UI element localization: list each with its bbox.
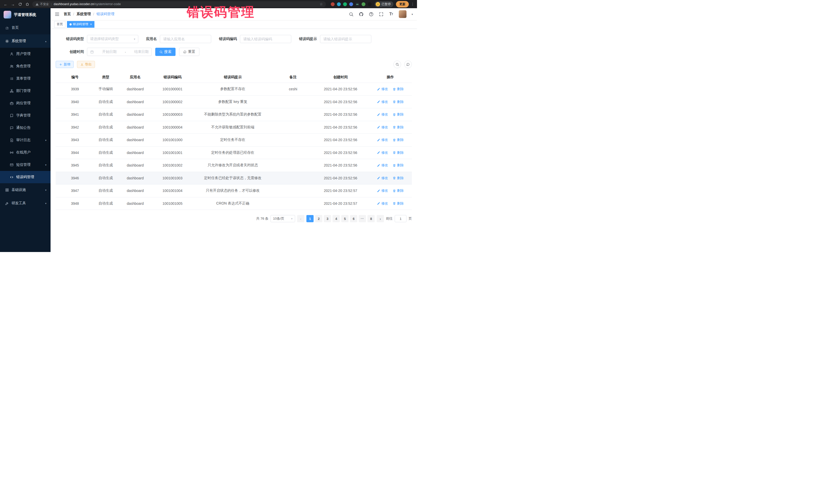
- delete-icon: [393, 100, 396, 104]
- help-button[interactable]: [369, 12, 374, 17]
- extension-black-pin-icon[interactable]: [368, 2, 372, 6]
- app-logo[interactable]: 芋道管理系统: [0, 8, 50, 21]
- page-button-1[interactable]: 1: [306, 215, 313, 222]
- sidebar-item-audit-log[interactable]: 审计日志▾: [0, 134, 50, 146]
- sidebar-item-menu[interactable]: 菜单管理: [0, 72, 50, 85]
- extension-on-badge-icon[interactable]: on: [355, 2, 359, 6]
- github-button[interactable]: [359, 12, 364, 17]
- sidebar-item-system[interactable]: 系统管理▴: [0, 35, 50, 48]
- error-hint-input[interactable]: [320, 35, 371, 43]
- fullscreen-button[interactable]: [379, 12, 383, 17]
- cell-type: 自动生成: [94, 159, 117, 172]
- toggle-search-button[interactable]: [393, 61, 401, 68]
- breadcrumb-item[interactable]: 系统管理: [76, 12, 91, 17]
- delete-link[interactable]: 删除: [393, 201, 404, 206]
- edit-link[interactable]: 修改: [377, 201, 388, 206]
- cell-code: 1001000001: [153, 83, 192, 96]
- extension-red-circle-icon[interactable]: [331, 2, 335, 6]
- sidebar-item-home[interactable]: 首页: [0, 21, 50, 35]
- sidebar-item-user[interactable]: 用户管理: [0, 48, 50, 60]
- browser-forward-button[interactable]: →: [10, 1, 16, 7]
- cell-id: 3942: [56, 121, 94, 134]
- browser-home-button[interactable]: [24, 1, 30, 7]
- page-button-2[interactable]: 2: [315, 215, 322, 222]
- edit-link[interactable]: 修改: [377, 137, 388, 142]
- create-time-range[interactable]: 开始日期 - 结束日期: [87, 48, 152, 56]
- page-button-3[interactable]: 3: [324, 215, 331, 222]
- tag-首页[interactable]: 首页: [54, 21, 65, 28]
- edit-link[interactable]: 修改: [377, 87, 388, 91]
- breadcrumb-item[interactable]: 首页: [64, 12, 71, 17]
- sidebar-item-post[interactable]: 岗位管理: [0, 97, 50, 109]
- extension-teal-drop-icon[interactable]: [337, 2, 341, 6]
- edit-link[interactable]: 修改: [377, 150, 388, 155]
- delete-link[interactable]: 删除: [393, 188, 404, 193]
- page-button-5[interactable]: 5: [341, 215, 349, 222]
- cell-hint: 定时任务已经处于该状态，无需修改: [192, 172, 274, 184]
- browser-back-button[interactable]: ←: [3, 1, 9, 7]
- sidebar-item-online-user[interactable]: 在线用户: [0, 146, 50, 159]
- delete-link[interactable]: 删除: [393, 100, 404, 104]
- chevron-down-icon: ▾: [45, 189, 46, 192]
- extension-blue-grid-icon[interactable]: [349, 2, 353, 6]
- active-tag-dot: [69, 23, 72, 25]
- page-button-•••[interactable]: •••: [359, 215, 366, 222]
- edit-link[interactable]: 修改: [377, 100, 388, 104]
- error-type-select[interactable]: 请选择错误码类型 ▾: [87, 35, 138, 43]
- add-button[interactable]: 新增: [56, 61, 74, 68]
- reset-button[interactable]: 重置: [179, 48, 199, 56]
- edit-link[interactable]: 修改: [377, 188, 388, 193]
- page-button-8[interactable]: 8: [368, 215, 375, 222]
- search-button[interactable]: [349, 12, 354, 17]
- refresh-table-button[interactable]: [404, 61, 412, 68]
- user-avatar[interactable]: [399, 10, 407, 18]
- sidebar-item-sms[interactable]: 短信管理▾: [0, 159, 50, 171]
- page-button-6[interactable]: 6: [350, 215, 357, 222]
- edit-link[interactable]: 修改: [377, 112, 388, 117]
- sidebar-item-dept[interactable]: 部门管理: [0, 85, 50, 97]
- next-page-button[interactable]: ›: [377, 215, 384, 222]
- error-code-input[interactable]: [240, 35, 291, 43]
- sidebar-item-dict[interactable]: 字典管理: [0, 109, 50, 122]
- page-button-4[interactable]: 4: [333, 215, 340, 222]
- extension-green-check-icon[interactable]: [343, 2, 347, 6]
- delete-link[interactable]: 删除: [393, 137, 404, 142]
- cell-type: 自动生成: [94, 121, 117, 134]
- app-name-input[interactable]: [160, 35, 211, 43]
- edit-link[interactable]: 修改: [377, 176, 388, 180]
- edit-link[interactable]: 修改: [377, 125, 388, 130]
- error-hint-label: 错误码提示: [299, 37, 317, 41]
- browser-menu-icon[interactable]: ⋮: [411, 2, 414, 6]
- search-button[interactable]: 搜索: [155, 48, 176, 56]
- column-header: 编号: [56, 72, 94, 83]
- sidebar-item-infra[interactable]: 基础设施▾: [0, 183, 50, 197]
- close-icon[interactable]: ×: [90, 23, 92, 26]
- sidebar-item-role[interactable]: 角色管理: [0, 60, 50, 72]
- bookmark-star-icon[interactable]: ☆: [320, 2, 323, 6]
- delete-link[interactable]: 删除: [393, 163, 404, 168]
- address-bar[interactable]: 不安全 | dashboard.yudao.iocoder.cn /system…: [32, 1, 326, 7]
- delete-link[interactable]: 删除: [393, 112, 404, 117]
- edit-link[interactable]: 修改: [377, 163, 388, 168]
- hamburger-icon[interactable]: [54, 12, 60, 17]
- export-button[interactable]: 导出: [77, 61, 95, 68]
- sidebar-item-error-code[interactable]: 错误码管理: [0, 171, 50, 183]
- delete-link[interactable]: 删除: [393, 125, 404, 130]
- jump-page-input[interactable]: [395, 215, 407, 222]
- delete-link[interactable]: 删除: [393, 87, 404, 91]
- browser-reload-button[interactable]: [17, 1, 23, 7]
- profile-chip[interactable]: ☺ 已暂停: [375, 1, 393, 7]
- page-size-select[interactable]: 10条/页 ▾: [270, 215, 295, 222]
- delete-link[interactable]: 删除: [393, 176, 404, 180]
- font-size-button[interactable]: TT: [389, 12, 394, 17]
- sidebar-item-notice[interactable]: 通知公告: [0, 122, 50, 134]
- browser-update-button[interactable]: 更新: [396, 1, 409, 7]
- extension-green-leaf-icon[interactable]: [361, 2, 366, 6]
- jump-suffix: 页: [409, 216, 412, 221]
- tag-错误码管理[interactable]: 错误码管理×: [67, 21, 94, 28]
- delete-link[interactable]: 删除: [393, 150, 404, 155]
- prev-page-button[interactable]: ‹: [297, 215, 304, 222]
- avatar-caret-icon[interactable]: ▾: [412, 13, 413, 16]
- sidebar-item-devtools[interactable]: 研发工具▾: [0, 197, 50, 210]
- cell-remark: [274, 108, 312, 121]
